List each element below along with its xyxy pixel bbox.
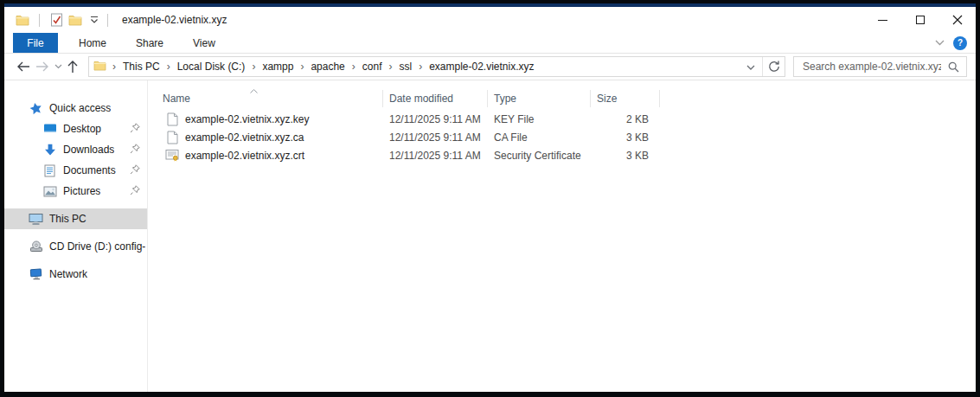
sidebar-item-desktop[interactable]: Desktop [4,118,147,139]
refresh-button[interactable] [762,57,785,76]
desktop-frame: example-02.vietnix.xyz File Home Share V… [0,0,980,397]
forward-button[interactable] [35,61,49,72]
tab-home[interactable]: Home [70,33,115,53]
address-bar[interactable]: › This PC › Local Disk (C:) › xampp › ap… [88,56,785,77]
sidebar-item-documents[interactable]: Documents [4,160,147,181]
quick-access-toolbar [4,12,115,28]
file-row-crt[interactable]: example-02.vietnix.xyz.crt 12/11/2025 9:… [148,146,976,164]
pin-icon[interactable] [130,123,140,136]
breadcrumb-apache[interactable]: apache [308,59,347,74]
breadcrumb-xampp[interactable]: xampp [259,59,296,74]
breadcrumb-this-pc[interactable]: This PC [120,59,163,74]
file-date-modified: 12/11/2025 9:11 AM [383,113,488,125]
properties-check-icon[interactable] [48,12,64,28]
tab-share[interactable]: Share [127,33,172,53]
breadcrumb-current-folder[interactable]: example-02.vietnix.xyz [426,59,536,74]
pictures-icon [42,186,57,197]
search-input[interactable] [794,61,941,73]
breadcrumb-separator: › [163,61,175,73]
column-header-size[interactable]: Size [591,90,660,107]
window-title: example-02.vietnix.xyz [122,14,227,26]
this-pc-icon [29,213,43,226]
help-icon: ? [958,38,963,48]
sort-ascending-icon [250,84,258,96]
customize-toolbar-dropdown-icon[interactable] [88,16,100,23]
network-icon [29,268,43,280]
address-folder-icon[interactable] [93,60,106,74]
file-size: 3 KB [591,131,660,144]
maximize-button[interactable] [901,7,938,33]
cd-drive-icon [29,240,43,253]
sidebar-item-label: Downloads [63,144,114,156]
certificate-icon [165,149,179,162]
file-date-modified: 12/11/2025 9:11 AM [383,150,488,162]
expand-ribbon-chevron-icon[interactable] [935,40,945,46]
breadcrumb: › This PC › Local Disk (C:) › xampp › ap… [89,59,740,74]
up-button[interactable] [67,61,78,74]
file-row-ca[interactable]: example-02.vietnix.xyz.ca 12/11/2025 9:1… [148,128,976,146]
file-date-modified: 12/11/2025 9:11 AM [383,131,488,144]
refresh-icon [768,61,780,73]
breadcrumb-separator: › [296,61,308,73]
file-explorer-window: example-02.vietnix.xyz File Home Share V… [4,3,976,392]
breadcrumb-separator: › [414,61,426,73]
sidebar-item-label: Pictures [63,185,100,197]
sidebar-item-this-pc[interactable]: This PC [4,208,147,229]
back-arrow-icon [16,61,30,72]
search-box [793,56,967,77]
close-icon [952,15,963,25]
sidebar-item-label: Quick access [49,102,111,114]
sidebar-item-downloads[interactable]: Downloads [4,139,147,160]
file-type: KEY File [488,113,591,125]
documents-icon [42,164,57,177]
chevron-down-icon [54,64,62,69]
column-header-type[interactable]: Type [488,90,591,107]
breadcrumb-ssl[interactable]: ssl [396,59,414,74]
sidebar-item-label: Documents [63,164,116,176]
sidebar-item-label: Desktop [63,123,101,135]
sidebar-item-label: Network [49,268,87,280]
sidebar-item-pictures[interactable]: Pictures [4,181,147,202]
titlebar: example-02.vietnix.xyz [4,7,976,33]
breadcrumb-conf[interactable]: conf [360,59,385,74]
breadcrumb-local-disk-c[interactable]: Local Disk (C:) [175,59,248,74]
pin-icon[interactable] [130,144,140,157]
breadcrumb-separator: › [384,61,396,73]
new-folder-icon[interactable] [67,12,83,28]
pin-icon[interactable] [130,185,140,198]
minimize-button[interactable] [864,7,901,33]
titlebar-separator [39,14,40,27]
help-button[interactable]: ? [953,36,967,50]
search-icon [948,61,959,73]
column-header-date-modified[interactable]: Date modified [383,90,488,107]
tab-file[interactable]: File [13,33,58,53]
breadcrumb-separator: › [247,61,259,73]
address-dropdown-button[interactable] [740,61,762,73]
maximize-icon [916,16,925,24]
window-controls [864,7,976,33]
ribbon-tab-bar: File Home Share View ? [4,33,976,54]
recent-locations-dropdown[interactable] [54,64,62,69]
forward-arrow-icon [35,61,49,72]
sidebar-item-label: CD Drive (D:) config- [49,240,145,253]
file-type: Security Certificate [488,150,591,162]
tab-view[interactable]: View [184,33,224,53]
close-button[interactable] [938,7,976,33]
file-name: example-02.vietnix.xyz.crt [185,150,304,162]
navigation-pane: Quick access Desktop Downloads [4,80,148,392]
back-button[interactable] [16,61,30,72]
chevron-down-icon [746,65,755,70]
file-row-key[interactable]: example-02.vietnix.xyz.key 12/11/2025 9:… [148,110,976,128]
titlebar-separator [107,14,108,27]
column-header-name[interactable]: Name [148,90,383,107]
column-headers: Name Date modified Type Size [148,87,976,110]
sidebar-item-cd-drive[interactable]: CD Drive (D:) config- [4,236,147,257]
sidebar-item-network[interactable]: Network [4,264,147,285]
file-icon [165,131,179,144]
up-arrow-icon [67,61,78,74]
search-button[interactable] [941,61,966,73]
file-type: CA File [488,131,591,144]
sidebar-item-quick-access[interactable]: Quick access [4,98,147,118]
pin-icon[interactable] [130,164,140,177]
breadcrumb-separator: › [348,61,360,73]
